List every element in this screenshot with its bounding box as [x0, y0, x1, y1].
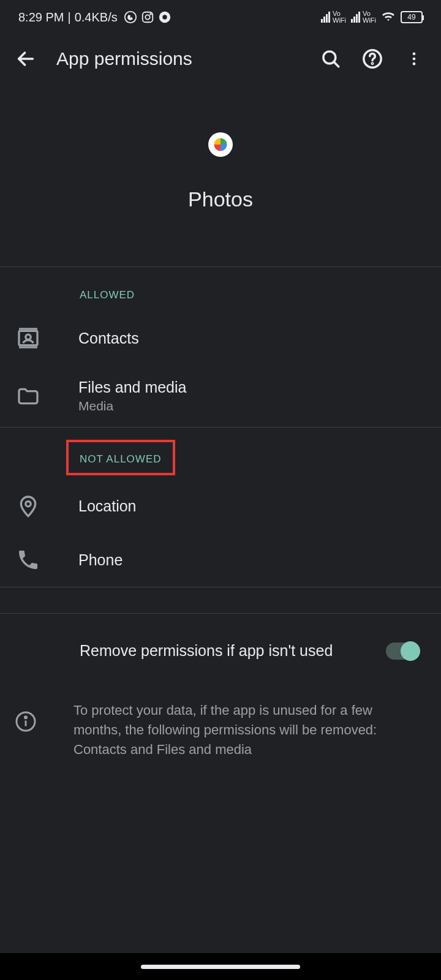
info-row: To protect your data, if the app is unus… [0, 684, 441, 760]
navigation-bar [0, 953, 441, 980]
wifi-icon [381, 10, 396, 25]
svg-point-12 [413, 58, 416, 61]
chrome-icon [158, 10, 172, 24]
signal-2: VoWiFi [351, 10, 376, 24]
permission-label: Files and media [78, 379, 186, 396]
search-button[interactable] [318, 47, 343, 71]
app-name: Photos [188, 187, 253, 211]
remove-permissions-toggle[interactable] [386, 643, 419, 660]
svg-rect-14 [19, 331, 37, 345]
section-allowed: ALLOWED [0, 267, 441, 311]
location-icon [15, 492, 42, 519]
status-right: VoWiFi VoWiFi 49 [321, 10, 423, 25]
info-text: To protect your data, if the app is unus… [74, 701, 426, 760]
remove-permissions-row[interactable]: Remove permissions if app isn't used [0, 614, 441, 684]
signal-1: VoWiFi [321, 10, 346, 24]
svg-line-8 [334, 62, 339, 67]
status-divider: | [67, 10, 70, 24]
page-title: App permissions [56, 48, 318, 69]
status-speed: 0.4KB/s [75, 10, 118, 24]
svg-point-10 [372, 63, 372, 64]
permission-label: Location [78, 497, 137, 515]
app-bar: App permissions [0, 34, 441, 83]
svg-point-5 [162, 15, 167, 19]
svg-point-21 [25, 717, 27, 718]
section-not-allowed: NOT ALLOWED [80, 453, 162, 466]
permission-phone[interactable]: Phone [0, 533, 441, 587]
back-button[interactable] [7, 40, 44, 77]
svg-point-13 [413, 62, 416, 66]
section-gap [0, 587, 441, 614]
not-allowed-highlight: NOT ALLOWED [66, 440, 175, 475]
app-icon [208, 132, 233, 157]
svg-point-18 [26, 502, 31, 507]
remove-permissions-label: Remove permissions if app isn't used [80, 641, 386, 662]
svg-point-0 [125, 12, 136, 23]
instagram-icon [141, 10, 154, 24]
svg-point-11 [413, 53, 416, 56]
status-time: 8:29 PM [18, 10, 64, 24]
phone-icon [15, 546, 42, 573]
svg-point-17 [26, 334, 31, 339]
home-indicator[interactable] [141, 965, 300, 969]
svg-point-3 [150, 13, 151, 15]
permission-location[interactable]: Location [0, 479, 441, 533]
whatsapp-icon [124, 10, 137, 24]
permission-label: Contacts [78, 330, 139, 347]
divider [0, 427, 441, 428]
folder-icon [15, 383, 42, 410]
status-left: 8:29 PM | 0.4KB/s [18, 10, 172, 24]
info-icon [15, 708, 37, 735]
contacts-icon [15, 325, 42, 352]
app-header: Photos [0, 83, 441, 266]
permission-sublabel: Media [78, 399, 186, 413]
battery-level: 49 [407, 13, 415, 21]
svg-point-2 [145, 15, 149, 19]
permission-contacts[interactable]: Contacts [0, 311, 441, 365]
battery-icon: 49 [401, 11, 423, 23]
permission-files-media[interactable]: Files and media Media [0, 365, 441, 427]
help-button[interactable] [360, 47, 385, 71]
overflow-menu-button[interactable] [402, 47, 426, 71]
permission-label: Phone [78, 551, 123, 569]
status-bar: 8:29 PM | 0.4KB/s VoWiFi [0, 0, 441, 34]
